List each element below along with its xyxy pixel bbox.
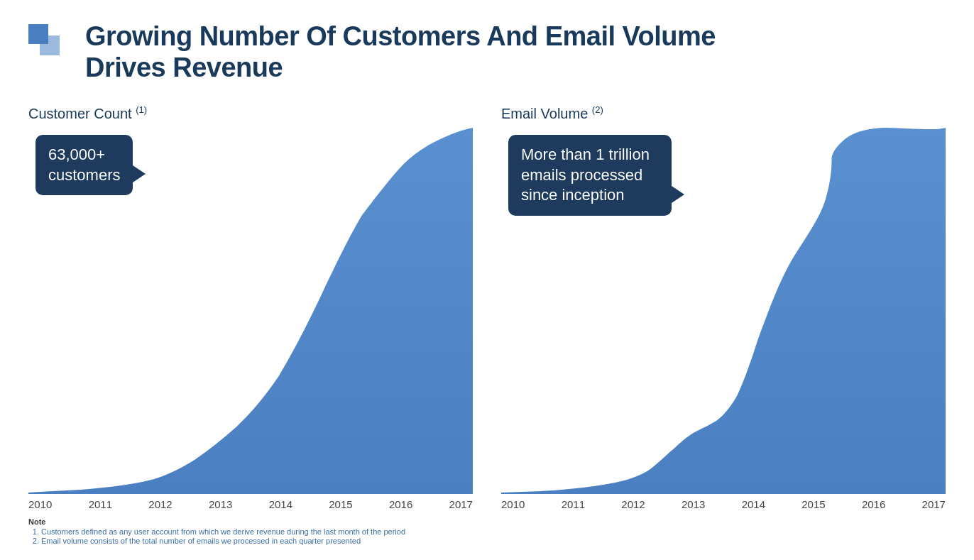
note-item-1: Customers defined as any user account fr… xyxy=(41,527,946,536)
customer-superscript: (1) xyxy=(136,104,147,115)
notes-section: Note Customers defined as any user accou… xyxy=(28,517,946,546)
customer-label-text: Customer Count xyxy=(28,106,132,121)
email-label-text: Email Volume xyxy=(501,106,588,121)
note-item-2: Email volume consists of the total numbe… xyxy=(41,537,946,545)
page-container: Growing Number Of Customers And Email Vo… xyxy=(0,0,974,560)
notes-list: Customers defined as any user account fr… xyxy=(28,527,946,545)
email-chart-section: Email Volume (2) More than 1 trillion em… xyxy=(501,104,946,510)
customer-chart-label: Customer Count (1) xyxy=(28,104,473,122)
customer-callout: 63,000+customers xyxy=(35,135,133,195)
title-line1: Growing Number Of Customers And Email Vo… xyxy=(85,21,716,51)
svg-rect-1 xyxy=(40,35,60,55)
email-chart-wrapper: More than 1 trillion emails processed si… xyxy=(501,128,946,494)
svg-rect-2 xyxy=(28,35,40,44)
charts-row: Customer Count (1) 63,000+customers xyxy=(28,104,946,510)
customer-x-axis: 2010 2011 2012 2013 2014 2015 2016 2017 xyxy=(28,494,473,510)
customer-chart-wrapper: 63,000+customers xyxy=(28,128,473,494)
customer-chart-section: Customer Count (1) 63,000+customers xyxy=(28,104,473,510)
email-chart-label: Email Volume (2) xyxy=(501,104,946,122)
title-line2: Drives Revenue xyxy=(85,53,283,82)
notes-title: Note xyxy=(28,517,946,526)
email-x-axis: 2010 2011 2012 2013 2014 2015 2016 2017 xyxy=(501,494,946,510)
email-callout: More than 1 trillion emails processed si… xyxy=(508,135,672,216)
page-title: Growing Number Of Customers And Email Vo… xyxy=(85,21,716,83)
email-superscript: (2) xyxy=(592,104,603,115)
header: Growing Number Of Customers And Email Vo… xyxy=(28,21,946,83)
logo-icon xyxy=(28,24,71,63)
